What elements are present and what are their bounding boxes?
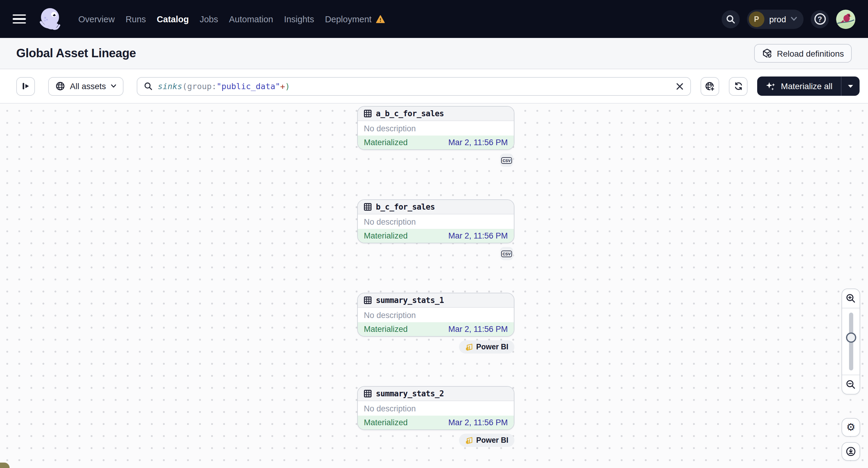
asset-status-bar: Materialized Mar 2, 11:56 PM <box>358 229 514 243</box>
nav-menu: Overview Runs Catalog Jobs Automation In… <box>78 14 385 24</box>
help-button[interactable]: ? <box>811 10 829 28</box>
globe-icon <box>55 81 65 91</box>
materialize-options-button[interactable] <box>841 76 860 96</box>
download-image-button[interactable] <box>841 442 860 461</box>
page-header: Global Asset Lineage Reload definitions <box>0 38 868 69</box>
app-root: Overview Runs Catalog Jobs Automation In… <box>0 0 868 468</box>
asset-node-header: a_b_c_for_sales <box>358 106 514 121</box>
kind-tag-label: Power BI <box>476 343 508 351</box>
deployment-name: prod <box>769 14 786 24</box>
minimap-corner <box>0 463 10 468</box>
reload-definitions-button[interactable]: Reload definitions <box>754 44 852 63</box>
asset-node-header: summary_stats_2 <box>358 387 514 401</box>
asset-description: No description <box>358 308 514 322</box>
menu-icon[interactable] <box>13 14 26 24</box>
table-icon <box>364 297 372 304</box>
asset-node-header: b_c_for_sales <box>358 200 514 214</box>
top-nav: Overview Runs Catalog Jobs Automation In… <box>0 0 868 38</box>
materialize-all-label: Materialize all <box>781 81 833 91</box>
kind-tag-csv[interactable]: CSV <box>500 247 513 260</box>
view-full-graph-button[interactable] <box>701 77 719 95</box>
search-icon <box>144 82 152 90</box>
zoom-in-icon <box>846 293 856 304</box>
asset-description: No description <box>358 214 514 229</box>
nav-item-deployment[interactable]: Deployment <box>325 14 385 24</box>
clear-query-button[interactable] <box>676 82 684 90</box>
open-sidebar-button[interactable] <box>16 77 35 95</box>
search-button[interactable] <box>722 10 740 28</box>
nav-item-insights[interactable]: Insights <box>284 14 314 24</box>
asset-description: No description <box>358 121 514 135</box>
asset-status-bar: Materialized Mar 2, 11:56 PM <box>358 135 514 149</box>
refresh-button[interactable] <box>729 77 748 95</box>
table-icon <box>364 110 372 118</box>
asset-node-header: summary_stats_1 <box>358 293 514 308</box>
kind-tag-csv[interactable]: CSV <box>500 154 513 167</box>
nav-item-jobs[interactable]: Jobs <box>200 14 218 24</box>
powerbi-icon <box>465 436 472 444</box>
caret-down-icon <box>847 84 854 88</box>
asset-selection-input[interactable]: sinks(group:"public_data"+) <box>137 77 691 95</box>
asset-node-summary-stats-2[interactable]: summary_stats_2 No description Materiali… <box>357 386 515 430</box>
asset-node-a-b-c-for-sales[interactable]: a_b_c_for_sales No description Materiali… <box>357 106 515 150</box>
table-icon <box>364 203 372 211</box>
csv-icon: CSV <box>501 250 512 257</box>
panel-expand-icon <box>21 81 30 91</box>
dagster-logo-icon[interactable] <box>37 6 64 32</box>
asset-name: summary_stats_2 <box>376 389 444 398</box>
question-mark-icon: ? <box>814 13 826 25</box>
close-icon <box>676 82 684 90</box>
zoom-in-button[interactable] <box>842 289 860 308</box>
asset-scope-dropdown[interactable]: All assets <box>48 77 123 95</box>
materialized-status: Materialized <box>364 325 408 334</box>
asset-name: a_b_c_for_sales <box>376 109 444 118</box>
reload-definitions-label: Reload definitions <box>777 49 844 58</box>
warning-icon <box>376 15 385 23</box>
lineage-toolbar: All assets sinks(group:"public_data"+) <box>0 69 868 103</box>
asset-status-bar: Materialized Mar 2, 11:56 PM <box>358 322 514 336</box>
deployment-initial-badge: P <box>749 11 765 27</box>
materialized-timestamp[interactable]: Mar 2, 11:56 PM <box>448 325 508 334</box>
graph-settings-button[interactable]: ⚙ <box>841 418 860 437</box>
zoom-out-icon <box>846 379 856 390</box>
nav-item-runs[interactable]: Runs <box>126 14 146 24</box>
table-icon <box>364 390 372 398</box>
lineage-canvas[interactable]: a_b_c_for_sales No description Materiali… <box>0 103 868 468</box>
nav-item-catalog[interactable]: Catalog <box>157 14 189 24</box>
materialized-status: Materialized <box>364 231 408 240</box>
zoom-slider-handle[interactable] <box>846 333 856 343</box>
nav-right-cluster: P prod ? <box>722 9 855 29</box>
search-icon <box>726 14 736 24</box>
asset-node-b-c-for-sales[interactable]: b_c_for_sales No description Materialize… <box>357 199 515 243</box>
asset-selection-query: sinks(group:"public_data"+) <box>158 81 290 91</box>
gear-icon: ⚙ <box>846 422 856 433</box>
nav-item-automation[interactable]: Automation <box>229 14 273 24</box>
page-title: Global Asset Lineage <box>16 46 136 60</box>
refresh-icon <box>734 81 743 91</box>
materialize-all-button[interactable]: Materialize all <box>757 76 841 96</box>
sparkles-icon <box>766 81 776 91</box>
materialize-all-split-button: Materialize all <box>757 76 860 96</box>
chevron-down-icon <box>111 84 116 88</box>
kind-tag-powerbi[interactable]: Power BI <box>459 340 515 353</box>
kind-tag-powerbi[interactable]: Power BI <box>459 434 515 447</box>
avatar-bird-image <box>836 9 855 29</box>
zoom-out-button[interactable] <box>842 375 860 394</box>
materialized-timestamp[interactable]: Mar 2, 11:56 PM <box>448 138 508 147</box>
powerbi-icon <box>465 343 472 351</box>
nav-item-overview[interactable]: Overview <box>78 14 115 24</box>
asset-scope-label: All assets <box>70 81 106 91</box>
download-icon <box>846 446 856 457</box>
materialized-timestamp[interactable]: Mar 2, 11:56 PM <box>448 418 508 427</box>
materialized-status: Materialized <box>364 418 408 427</box>
asset-node-summary-stats-1[interactable]: summary_stats_1 No description Materiali… <box>357 293 515 337</box>
materialized-status: Materialized <box>364 138 408 147</box>
user-avatar[interactable] <box>836 9 855 29</box>
zoom-control-panel <box>841 288 860 395</box>
deployment-switcher[interactable]: P prod <box>747 9 804 29</box>
reload-cube-icon <box>762 48 772 58</box>
materialized-timestamp[interactable]: Mar 2, 11:56 PM <box>448 231 508 240</box>
zoom-slider <box>842 308 860 375</box>
csv-icon: CSV <box>501 157 512 163</box>
kind-tag-label: Power BI <box>476 436 508 444</box>
